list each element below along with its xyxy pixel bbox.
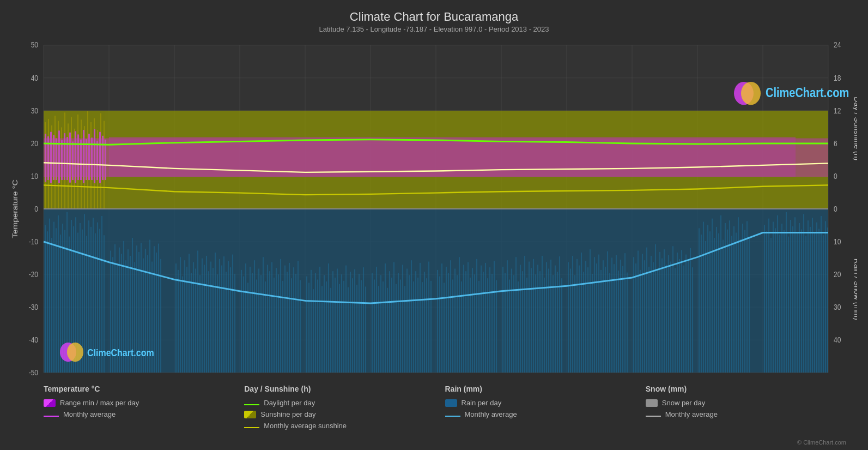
svg-rect-310 [707,225,708,373]
svg-rect-276 [624,253,626,373]
svg-text:40: 40 [834,335,841,344]
svg-text:Mar: Mar [201,378,214,379]
svg-rect-220 [494,261,495,373]
svg-rect-287 [653,262,654,373]
svg-text:-30: -30 [29,303,38,311]
svg-rect-321 [731,236,732,373]
svg-rect-224 [507,260,508,373]
svg-rect-334 [773,222,774,373]
svg-rect-127 [278,274,279,373]
svg-rect-165 [365,286,366,373]
svg-rect-89 [191,273,192,373]
svg-rect-306 [699,228,700,373]
svg-rect-164 [363,267,364,373]
legend-rain-avg-label: Monthly average [465,410,517,418]
svg-rect-185 [413,281,414,373]
svg-rect-238 [537,265,538,373]
svg-rect-395 [83,130,84,183]
svg-rect-124 [271,262,272,373]
svg-rect-285 [648,267,650,373]
svg-rect-325 [740,239,741,373]
svg-rect-160 [354,269,355,373]
svg-rect-145 [321,286,323,373]
svg-text:10: 10 [834,237,841,246]
svg-rect-351 [810,227,811,373]
daylight-line [244,404,259,405]
legend-snow: Snow (mm) Snow per day Monthly average ©… [646,385,846,446]
svg-rect-137 [300,280,301,373]
svg-rect-147 [326,281,327,373]
svg-rect-221 [496,280,497,373]
svg-text:Jan: Jan [71,378,82,379]
svg-rect-156 [345,266,347,373]
svg-text:-50: -50 [29,368,38,377]
svg-rect-91 [195,268,196,373]
svg-text:Day / Sunshine (h): Day / Sunshine (h) [853,97,857,160]
svg-rect-115 [252,273,253,373]
svg-text:20: 20 [834,270,841,279]
svg-rect-403 [105,140,106,180]
svg-text:Nov: Nov [724,378,737,379]
svg-rect-102 [219,259,220,373]
svg-rect-342 [790,220,791,373]
svg-rect-397 [88,134,90,180]
snow-avg-line [646,416,661,417]
svg-rect-337 [779,235,780,373]
svg-rect-206 [463,265,464,373]
svg-rect-143 [317,280,318,373]
svg-rect-269 [609,273,610,373]
svg-point-443 [741,82,761,105]
legend-area: Temperature °C Range min / max per day M… [11,379,857,450]
svg-rect-267 [605,267,606,373]
svg-rect-155 [343,281,344,373]
svg-rect-265 [600,270,602,373]
legend-sun-swatch-label: Sunshine per day [260,410,315,418]
svg-rect-396 [86,139,87,180]
svg-rect-300 [681,250,682,373]
legend-daylight-label: Daylight per day [264,399,315,407]
svg-rect-103 [221,266,222,373]
svg-rect-172 [385,263,386,373]
svg-rect-290 [659,252,660,373]
svg-rect-246 [555,266,556,373]
legend-rain-title: Rain (mm) [445,385,646,393]
svg-rect-181 [404,286,405,373]
legend-rain: Rain (mm) Rain per day Monthly average [445,385,646,446]
svg-text:Oct: Oct [659,378,670,379]
svg-rect-350 [808,220,809,373]
svg-rect-203 [457,275,458,373]
svg-rect-240 [542,256,543,373]
legend-rain-swatch-label: Rain per day [462,399,502,407]
svg-rect-173 [387,288,388,373]
svg-text:-20: -20 [29,270,38,279]
legend-temp-avg-label: Monthly average [63,410,116,418]
svg-rect-339 [784,230,785,373]
svg-rect-357 [823,235,824,373]
svg-rect-123 [269,271,270,373]
legend-sunshine-title: Day / Sunshine (h) [244,385,445,393]
svg-rect-142 [315,273,316,373]
svg-rect-354 [816,223,817,373]
page-subtitle: Latitude 7.135 - Longitude -73.187 - Ele… [11,25,857,33]
svg-rect-353 [814,233,815,373]
svg-rect-316 [720,215,721,373]
svg-rect-263 [596,263,597,373]
svg-rect-175 [391,278,392,373]
page-title: Climate Chart for Bucaramanga [11,10,857,24]
svg-rect-356 [821,216,822,373]
svg-rect-104 [223,256,224,373]
svg-rect-332 [768,219,769,373]
svg-rect-226 [511,268,512,373]
svg-rect-330 [764,225,765,373]
svg-text:0: 0 [834,172,837,181]
svg-rect-248 [559,256,560,373]
legend-rain-avg: Monthly average [445,410,646,418]
svg-rect-278 [633,257,634,373]
svg-text:Apr: Apr [267,378,278,379]
svg-rect-308 [703,222,704,373]
svg-text:Jul: Jul [464,378,474,379]
legend-temp-range-label: Range min / max per day [60,399,139,407]
svg-rect-114 [250,267,251,373]
svg-rect-146 [324,275,325,373]
svg-rect-273 [618,271,619,373]
